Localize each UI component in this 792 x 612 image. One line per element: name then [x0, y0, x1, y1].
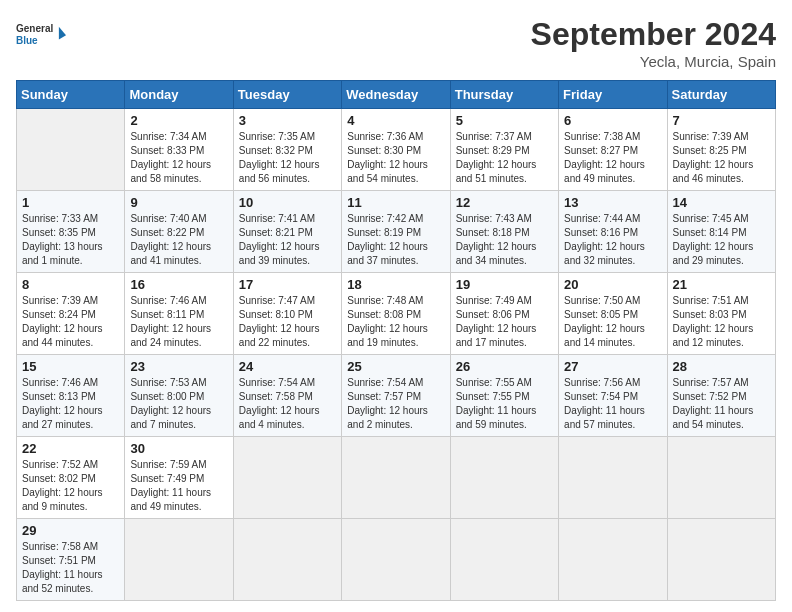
header-saturday: Saturday	[667, 81, 775, 109]
day-info: Sunrise: 7:42 AMSunset: 8:19 PMDaylight:…	[347, 213, 428, 266]
day-cell	[559, 437, 667, 519]
day-number: 18	[347, 277, 444, 292]
day-info: Sunrise: 7:54 AMSunset: 7:57 PMDaylight:…	[347, 377, 428, 430]
title-block: September 2024 Yecla, Murcia, Spain	[531, 16, 776, 70]
day-cell	[450, 519, 558, 601]
day-info: Sunrise: 7:35 AMSunset: 8:32 PMDaylight:…	[239, 131, 320, 184]
day-number: 23	[130, 359, 227, 374]
day-info: Sunrise: 7:44 AMSunset: 8:16 PMDaylight:…	[564, 213, 645, 266]
week-row-6: 29 Sunrise: 7:58 AMSunset: 7:51 PMDaylig…	[17, 519, 776, 601]
day-cell	[125, 519, 233, 601]
day-info: Sunrise: 7:45 AMSunset: 8:14 PMDaylight:…	[673, 213, 754, 266]
week-row-3: 8 Sunrise: 7:39 AMSunset: 8:24 PMDayligh…	[17, 273, 776, 355]
day-info: Sunrise: 7:57 AMSunset: 7:52 PMDaylight:…	[673, 377, 754, 430]
day-info: Sunrise: 7:56 AMSunset: 7:54 PMDaylight:…	[564, 377, 645, 430]
day-number: 1	[22, 195, 119, 210]
day-cell: 8 Sunrise: 7:39 AMSunset: 8:24 PMDayligh…	[17, 273, 125, 355]
day-cell: 6 Sunrise: 7:38 AMSunset: 8:27 PMDayligh…	[559, 109, 667, 191]
week-row-5: 22 Sunrise: 7:52 AMSunset: 8:02 PMDaylig…	[17, 437, 776, 519]
day-cell: 15 Sunrise: 7:46 AMSunset: 8:13 PMDaylig…	[17, 355, 125, 437]
day-info: Sunrise: 7:50 AMSunset: 8:05 PMDaylight:…	[564, 295, 645, 348]
day-cell: 26 Sunrise: 7:55 AMSunset: 7:55 PMDaylig…	[450, 355, 558, 437]
day-number: 17	[239, 277, 336, 292]
day-number: 15	[22, 359, 119, 374]
day-info: Sunrise: 7:37 AMSunset: 8:29 PMDaylight:…	[456, 131, 537, 184]
day-info: Sunrise: 7:33 AMSunset: 8:35 PMDaylight:…	[22, 213, 103, 266]
day-info: Sunrise: 7:46 AMSunset: 8:13 PMDaylight:…	[22, 377, 103, 430]
day-cell: 21 Sunrise: 7:51 AMSunset: 8:03 PMDaylig…	[667, 273, 775, 355]
day-info: Sunrise: 7:54 AMSunset: 7:58 PMDaylight:…	[239, 377, 320, 430]
day-cell: 27 Sunrise: 7:56 AMSunset: 7:54 PMDaylig…	[559, 355, 667, 437]
day-number: 16	[130, 277, 227, 292]
day-info: Sunrise: 7:43 AMSunset: 8:18 PMDaylight:…	[456, 213, 537, 266]
day-cell: 2 Sunrise: 7:34 AMSunset: 8:33 PMDayligh…	[125, 109, 233, 191]
day-number: 24	[239, 359, 336, 374]
day-info: Sunrise: 7:46 AMSunset: 8:11 PMDaylight:…	[130, 295, 211, 348]
day-cell: 29 Sunrise: 7:58 AMSunset: 7:51 PMDaylig…	[17, 519, 125, 601]
day-number: 5	[456, 113, 553, 128]
header-monday: Monday	[125, 81, 233, 109]
day-cell	[17, 109, 125, 191]
day-cell: 4 Sunrise: 7:36 AMSunset: 8:30 PMDayligh…	[342, 109, 450, 191]
day-cell: 7 Sunrise: 7:39 AMSunset: 8:25 PMDayligh…	[667, 109, 775, 191]
location: Yecla, Murcia, Spain	[531, 53, 776, 70]
day-info: Sunrise: 7:47 AMSunset: 8:10 PMDaylight:…	[239, 295, 320, 348]
day-info: Sunrise: 7:51 AMSunset: 8:03 PMDaylight:…	[673, 295, 754, 348]
day-number: 11	[347, 195, 444, 210]
logo: General Blue	[16, 16, 66, 56]
day-cell: 16 Sunrise: 7:46 AMSunset: 8:11 PMDaylig…	[125, 273, 233, 355]
day-cell	[559, 519, 667, 601]
day-number: 22	[22, 441, 119, 456]
day-number: 3	[239, 113, 336, 128]
calendar-header-row: SundayMondayTuesdayWednesdayThursdayFrid…	[17, 81, 776, 109]
day-info: Sunrise: 7:48 AMSunset: 8:08 PMDaylight:…	[347, 295, 428, 348]
day-cell	[233, 519, 341, 601]
svg-text:Blue: Blue	[16, 35, 38, 46]
svg-marker-2	[59, 27, 66, 40]
day-cell: 3 Sunrise: 7:35 AMSunset: 8:32 PMDayligh…	[233, 109, 341, 191]
day-cell	[342, 519, 450, 601]
day-info: Sunrise: 7:49 AMSunset: 8:06 PMDaylight:…	[456, 295, 537, 348]
day-number: 4	[347, 113, 444, 128]
day-number: 26	[456, 359, 553, 374]
day-number: 21	[673, 277, 770, 292]
week-row-1: 2 Sunrise: 7:34 AMSunset: 8:33 PMDayligh…	[17, 109, 776, 191]
day-cell	[342, 437, 450, 519]
day-cell: 14 Sunrise: 7:45 AMSunset: 8:14 PMDaylig…	[667, 191, 775, 273]
day-cell	[450, 437, 558, 519]
day-number: 8	[22, 277, 119, 292]
day-cell: 28 Sunrise: 7:57 AMSunset: 7:52 PMDaylig…	[667, 355, 775, 437]
day-cell: 25 Sunrise: 7:54 AMSunset: 7:57 PMDaylig…	[342, 355, 450, 437]
day-cell	[233, 437, 341, 519]
day-number: 27	[564, 359, 661, 374]
day-cell: 12 Sunrise: 7:43 AMSunset: 8:18 PMDaylig…	[450, 191, 558, 273]
day-info: Sunrise: 7:36 AMSunset: 8:30 PMDaylight:…	[347, 131, 428, 184]
header-wednesday: Wednesday	[342, 81, 450, 109]
day-cell: 5 Sunrise: 7:37 AMSunset: 8:29 PMDayligh…	[450, 109, 558, 191]
day-cell: 23 Sunrise: 7:53 AMSunset: 8:00 PMDaylig…	[125, 355, 233, 437]
day-cell: 19 Sunrise: 7:49 AMSunset: 8:06 PMDaylig…	[450, 273, 558, 355]
day-info: Sunrise: 7:41 AMSunset: 8:21 PMDaylight:…	[239, 213, 320, 266]
day-cell: 18 Sunrise: 7:48 AMSunset: 8:08 PMDaylig…	[342, 273, 450, 355]
day-number: 9	[130, 195, 227, 210]
day-cell: 1 Sunrise: 7:33 AMSunset: 8:35 PMDayligh…	[17, 191, 125, 273]
day-number: 28	[673, 359, 770, 374]
day-info: Sunrise: 7:39 AMSunset: 8:24 PMDaylight:…	[22, 295, 103, 348]
day-cell: 13 Sunrise: 7:44 AMSunset: 8:16 PMDaylig…	[559, 191, 667, 273]
day-info: Sunrise: 7:39 AMSunset: 8:25 PMDaylight:…	[673, 131, 754, 184]
day-cell: 10 Sunrise: 7:41 AMSunset: 8:21 PMDaylig…	[233, 191, 341, 273]
day-number: 25	[347, 359, 444, 374]
day-number: 20	[564, 277, 661, 292]
header-friday: Friday	[559, 81, 667, 109]
svg-text:General: General	[16, 23, 53, 34]
general-blue-logo-icon: General Blue	[16, 16, 66, 56]
day-number: 19	[456, 277, 553, 292]
day-info: Sunrise: 7:40 AMSunset: 8:22 PMDaylight:…	[130, 213, 211, 266]
day-info: Sunrise: 7:53 AMSunset: 8:00 PMDaylight:…	[130, 377, 211, 430]
day-number: 7	[673, 113, 770, 128]
day-info: Sunrise: 7:55 AMSunset: 7:55 PMDaylight:…	[456, 377, 537, 430]
day-cell: 9 Sunrise: 7:40 AMSunset: 8:22 PMDayligh…	[125, 191, 233, 273]
header-thursday: Thursday	[450, 81, 558, 109]
day-number: 13	[564, 195, 661, 210]
day-cell: 17 Sunrise: 7:47 AMSunset: 8:10 PMDaylig…	[233, 273, 341, 355]
